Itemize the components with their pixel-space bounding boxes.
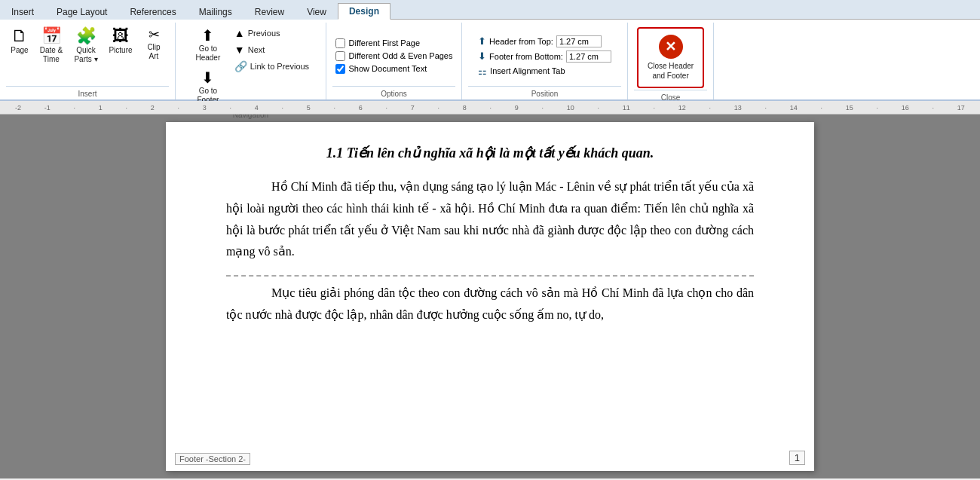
quick-parts-label: QuickParts ▾ — [74, 46, 97, 64]
different-odd-even-option[interactable]: Different Odd & Even Pages — [335, 51, 453, 61]
page-label: Page — [11, 46, 28, 55]
clip-art-label: ClipArt — [147, 43, 160, 61]
position-group-label: Position — [468, 86, 621, 98]
link-to-previous-button[interactable]: 🔗 Link to Previous — [231, 59, 312, 74]
ribbon-group-options: Different First Page Different Odd & Eve… — [326, 23, 462, 99]
alignment-icon: ⚏ — [478, 66, 487, 77]
picture-button[interactable]: 🖼 Picture — [104, 26, 137, 57]
link-to-previous-label: Link to Previous — [250, 62, 309, 71]
page-button[interactable]: 🗋 Page — [6, 26, 33, 57]
ruler-marks: -2-1·1·2·3·4·5·6·7·8·9·10·11·12·13·14·15… — [0, 104, 980, 112]
tab-bar: Insert Page Layout References Mailings R… — [0, 0, 980, 20]
next-button[interactable]: ▼ Next — [231, 42, 312, 57]
nav-small-buttons: ▲ Previous ▼ Next 🔗 Link to Previous — [231, 26, 312, 74]
different-odd-even-label: Different Odd & Even Pages — [349, 51, 453, 60]
tab-review[interactable]: Review — [243, 3, 296, 20]
link-icon: 🔗 — [234, 60, 247, 72]
show-doc-text-label: Show Document Text — [349, 64, 427, 73]
document-heading: 1.1 Tiến lên chủ nghĩa xã hội là một tất… — [226, 145, 754, 161]
footer-from-bottom-row: ⬇ Footer from Bottom: — [478, 50, 611, 63]
date-time-icon: 📅 — [41, 28, 62, 44]
document-area: 1.1 Tiến lên chủ nghĩa xã hội là một tất… — [0, 115, 980, 478]
ribbon-group-navigation: ⬆ Go toHeader ⬇ Go toFooter ▲ Previous ▼… — [176, 23, 326, 99]
previous-icon: ▲ — [234, 27, 245, 39]
close-group-label: Close — [634, 90, 707, 102]
ribbon-group-position: ⬆ Header from Top: ⬇ Footer from Bottom:… — [462, 23, 628, 99]
ruler: -2-1·1·2·3·4·5·6·7·8·9·10·11·12·13·14·15… — [0, 101, 980, 115]
insert-group-items: 🗋 Page 📅 Date &Time 🧩 QuickParts ▾ 🖼 Pic… — [6, 26, 169, 86]
picture-label: Picture — [109, 46, 132, 55]
quick-parts-icon: 🧩 — [76, 28, 96, 44]
footer-from-bottom-label: Footer from Bottom: — [489, 52, 563, 61]
go-to-header-icon: ⬆ — [201, 28, 214, 43]
go-to-header-button[interactable]: ⬆ Go toHeader — [189, 26, 227, 65]
document-paragraph-2: Mục tiêu giải phóng dân tộc theo con đườ… — [226, 283, 754, 326]
date-time-label: Date &Time — [40, 46, 63, 64]
different-first-label: Different First Page — [349, 38, 421, 47]
document-page: 1.1 Tiến lên chủ nghĩa xã hội là một tất… — [166, 122, 814, 471]
close-x-icon: ✕ — [659, 35, 683, 59]
insert-group-label: Insert — [6, 86, 169, 98]
tab-view[interactable]: View — [296, 3, 338, 20]
position-rows: ⬆ Header from Top: ⬇ Footer from Bottom:… — [478, 26, 611, 86]
close-header-footer-label: Close Headerand Footer — [648, 61, 694, 81]
previous-label: Previous — [248, 29, 280, 38]
options-checkboxes: Different First Page Different Odd & Eve… — [335, 26, 453, 86]
quick-parts-button[interactable]: 🧩 QuickParts ▾ — [69, 26, 103, 66]
insert-alignment-row: ⚏ Insert Alignment Tab — [478, 66, 611, 77]
header-from-top-icon: ⬆ — [478, 35, 486, 47]
previous-button[interactable]: ▲ Previous — [231, 26, 312, 41]
navigation-group-items: ⬆ Go toHeader ⬇ Go toFooter ▲ Previous ▼… — [189, 26, 312, 107]
close-header-footer-button[interactable]: ✕ Close Headerand Footer — [642, 32, 700, 84]
goto-buttons: ⬆ Go toHeader ⬇ Go toFooter — [189, 26, 227, 107]
header-from-top-row: ⬆ Header from Top: — [478, 35, 611, 47]
tab-mailings[interactable]: Mailings — [188, 3, 243, 20]
show-doc-text-checkbox[interactable] — [335, 64, 345, 74]
close-header-footer-wrapper: ✕ Close Headerand Footer — [637, 27, 704, 88]
go-to-header-label: Go toHeader — [195, 44, 220, 63]
tab-references[interactable]: References — [118, 3, 187, 20]
different-first-option[interactable]: Different First Page — [335, 38, 453, 48]
picture-icon: 🖼 — [112, 28, 129, 44]
tab-page-layout[interactable]: Page Layout — [45, 3, 118, 20]
document-paragraph-1: Hồ Chí Minh đã tiếp thu, vận dụng sáng t… — [226, 176, 754, 263]
ribbon-group-close: ✕ Close Headerand Footer Close — [628, 23, 714, 99]
date-time-button[interactable]: 📅 Date &Time — [35, 26, 68, 66]
options-group-label: Options — [332, 86, 455, 98]
tab-insert[interactable]: Insert — [0, 3, 45, 20]
different-first-checkbox[interactable] — [335, 38, 345, 48]
header-from-top-label: Header from Top: — [489, 37, 553, 46]
header-from-top-input[interactable] — [556, 35, 602, 47]
footer-section-label: Footer -Section 2- — [175, 453, 250, 465]
next-label: Next — [248, 45, 265, 54]
go-to-footer-icon: ⬇ — [201, 70, 214, 85]
ribbon: 🗋 Page 📅 Date &Time 🧩 QuickParts ▾ 🖼 Pic… — [0, 20, 980, 101]
page-icon: 🗋 — [11, 28, 28, 44]
clip-art-icon: ✂ — [149, 28, 160, 41]
close-wrapper: ✕ Close Headerand Footer — [634, 26, 707, 90]
footer-section: Mục tiêu giải phóng dân tộc theo con đườ… — [226, 275, 754, 326]
clip-art-button[interactable]: ✂ ClipArt — [139, 26, 169, 63]
ribbon-group-insert: 🗋 Page 📅 Date &Time 🧩 QuickParts ▾ 🖼 Pic… — [0, 23, 176, 99]
different-odd-even-checkbox[interactable] — [335, 51, 345, 61]
tab-design[interactable]: Design — [338, 3, 390, 20]
footer-from-bottom-icon: ⬇ — [478, 50, 486, 62]
footer-from-bottom-input[interactable] — [566, 50, 611, 63]
next-icon: ▼ — [234, 44, 245, 56]
show-doc-text-option[interactable]: Show Document Text — [335, 64, 453, 74]
insert-alignment-label: Insert Alignment Tab — [490, 66, 565, 75]
page-number: 1 — [789, 451, 805, 465]
